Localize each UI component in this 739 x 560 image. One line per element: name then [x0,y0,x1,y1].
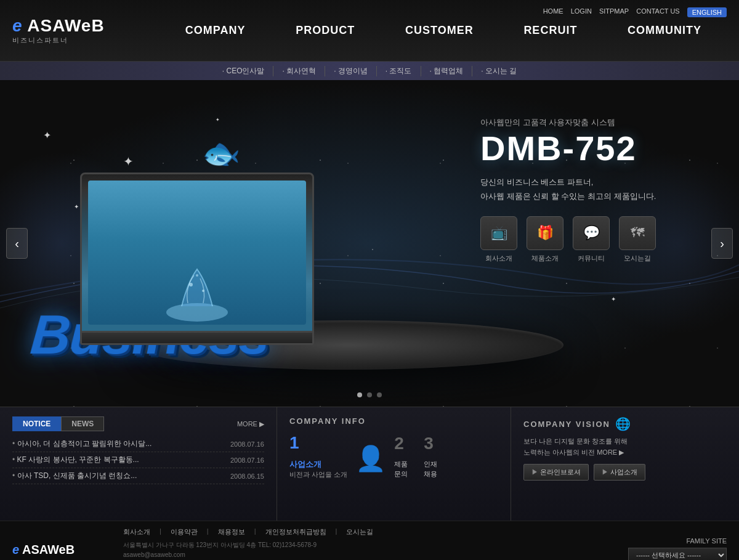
dot-2[interactable] [367,392,372,397]
top-right-nav: HOME LOGIN SITPMAP CONTACT US ENGLISH [543,7,727,17]
news-tab[interactable]: NEWS [61,416,104,431]
notice-item: 아사 TSD, 신제품 출시기념 런칭쇼... 2008.06.15 [12,468,264,484]
footer-jobs-link[interactable]: 채용정보 [218,527,245,537]
product-label: 제품소개 [531,254,559,263]
step-number-3: 3 [424,434,439,453]
dot-3[interactable] [377,392,382,397]
sub-nav-history[interactable]: · 회사연혁 [273,66,325,76]
hero-section: ✦ ✦ ✦ ✦ ✦ ✦ Business 🐟 [0,80,739,407]
logo-area: e ASAWeB 비즈니스파트너 [0,16,160,45]
info-title: DMB-752 [480,131,714,166]
spark-1: ✦ [43,129,51,141]
person-icon: 👤 [355,444,386,473]
sub-nav-org[interactable]: · 조직도 [377,66,421,76]
company-vision-panel: COMPANY VISION 🌐 보다 나은 디지털 문화 창조를 위해 노력하… [511,407,739,521]
dot-1[interactable] [357,392,362,397]
nav-company[interactable]: COMPANY [185,24,246,37]
logo[interactable]: e ASAWeB [12,16,105,36]
nav-community[interactable]: COMMUNITY [628,24,701,37]
notice-item: 아시아, 더 심층적이고 팔림위한 아시달... 2008.07.16 [12,436,264,452]
quick-links: 📺 회사소개 🎁 제품소개 💬 커뮤니티 🗺 오시는길 [480,216,714,263]
notice-text-1: 아시아, 더 심층적이고 팔림위한 아시달... [12,439,224,449]
step-content-1: 사업소개 비전과 사업을 소개 [289,459,347,479]
notice-tab[interactable]: NOTICE [12,416,61,431]
directions-icon: 🗺 [619,216,656,250]
info-subtitle: 아사웹만의 고품격 사용자맞춤 시스템 [480,117,714,128]
more-link[interactable]: MORE ▶ [237,420,264,428]
spark-6: ✦ [611,296,616,302]
sub-nav-directions[interactable]: · 오시는 길 [472,66,525,76]
notice-date-1: 2008.07.16 [230,440,264,448]
logo-subtitle: 비즈니스파트너 [12,36,68,45]
company-label: 회사소개 [485,254,512,263]
next-slide-button[interactable]: › [711,228,733,259]
notice-panel: NOTICE NEWS MORE ▶ 아시아, 더 심층적이고 팔림위한 아시달… [0,407,277,521]
footer-logo: e ASAWeB [12,543,111,557]
notice-date-3: 2008.06.15 [230,473,264,480]
svg-point-1 [189,283,193,286]
community-label: 커뮤니티 [578,254,605,263]
step-number-2: 2 [394,434,410,453]
quick-link-product[interactable]: 🎁 제품소개 [527,216,563,263]
community-icon: 💬 [573,216,610,250]
footer-right: FAMILY SITE ------ 선택하세요 ------ [554,537,727,560]
laptop-container: 🐟 [80,172,339,345]
footer-privacy-link[interactable]: 개인정보처취급방침 [265,527,326,537]
step-title-1: 사업소개 [289,459,347,470]
header: e ASAWeB 비즈니스파트너 HOME LOGIN SITPMAP CONT… [0,0,739,62]
footer-directions-link[interactable]: 오시는길 [346,527,373,537]
footer-address: 서울특별시 가나구 다라동 123번지 아사빌딩 4층 TEL: 02)1234… [123,540,542,560]
footer-company-link[interactable]: 회사소개 [123,527,150,537]
svg-point-3 [196,274,198,277]
quick-link-company[interactable]: 📺 회사소개 [480,216,517,263]
nav-recruit[interactable]: RECRUIT [523,24,577,37]
logo-e-icon: e [12,16,23,35]
footer-logo-e-icon: e [12,543,19,556]
login-link[interactable]: LOGIN [571,7,592,17]
step-title-3: 인재채용 [424,460,437,479]
home-link[interactable]: HOME [543,7,563,17]
notice-text-3: 아사 TSD, 신제품 출시기념 런칭쇼... [12,471,224,481]
prev-slide-button[interactable]: ‹ [6,228,28,259]
company-info-panel: COMPANY INFO 1 사업소개 비전과 사업을 소개 👤 2 제품문의 … [277,407,511,521]
footer-terms-link[interactable]: 이용약관 [171,527,198,537]
info-panel: 아사웹만의 고품격 사용자맞춤 시스템 DMB-752 당신의 비즈니스 베스트… [480,117,714,263]
step-2[interactable]: 2 제품문의 [394,434,410,479]
product-icon: 🎁 [527,216,563,250]
sub-nav-partners[interactable]: · 협력업체 [421,66,473,76]
yellow-fish-decoration: 🐟 [202,136,240,171]
step-number-1: 1 [289,433,305,453]
footer-links: 회사소개 | 이용약관 | 채용정보 | 개인정보처취급방침 | 오시는길 서울… [111,527,554,561]
company-info-title: COMPANY INFO [289,416,498,426]
logo-name: ASAWeB [27,16,104,35]
nav-customer[interactable]: CUSTOMER [405,24,474,37]
step-desc-1: 비전과 사업을 소개 [289,470,347,479]
globe-icon: 🌐 [615,416,632,431]
sub-nav-ceo[interactable]: · CEO인사말 [214,66,274,76]
main-nav: COMPANY PRODUCT CUSTOMER RECRUIT COMMUNI… [160,24,739,37]
footer-nav: 회사소개 | 이용약관 | 채용정보 | 개인정보처취급방침 | 오시는길 [123,527,542,537]
step-3[interactable]: 3 인재채용 [424,434,439,479]
contact-link[interactable]: CONTACT US [636,7,680,17]
bottom-section: NOTICE NEWS MORE ▶ 아시아, 더 심층적이고 팔림위한 아시달… [0,407,739,521]
notice-text-2: KF 사랑의 봉사단, 꾸준한 복구활동... [12,455,224,465]
slide-dots [357,392,382,397]
vision-desc: 보다 나은 디지털 문화 창조를 위해 노력하는 아사웹의 비전 MORE ▶ [523,436,727,458]
sitemap-link[interactable]: SITPMAP [599,7,629,17]
spark-2: ✦ [74,203,79,210]
english-button[interactable]: ENGLISH [687,7,727,17]
family-site-select[interactable]: ------ 선택하세요 ------ [628,548,727,560]
footer: e ASAWeB 회사소개 | 이용약관 | 채용정보 | 개인정보처취급방침 … [0,521,739,560]
sub-nav-management[interactable]: · 경영이념 [325,66,377,76]
business-intro-button[interactable]: 사업소개 [594,464,645,481]
notice-item: KF 사랑의 봉사단, 꾸준한 복구활동... 2008.07.16 [12,452,264,468]
quick-link-directions[interactable]: 🗺 오시는길 [619,216,656,263]
quick-link-community[interactable]: 💬 커뮤니티 [573,216,610,263]
company-info-steps: 1 사업소개 비전과 사업을 소개 👤 2 제품문의 3 인재채용 [289,433,498,484]
laptop-screen [80,172,314,333]
nav-product[interactable]: PRODUCT [296,24,355,37]
svg-point-2 [202,290,204,292]
step-1[interactable]: 1 사업소개 비전과 사업을 소개 [289,433,347,479]
online-brochure-button[interactable]: 온라인브로셔 [523,464,589,481]
company-icon: 📺 [480,216,517,250]
